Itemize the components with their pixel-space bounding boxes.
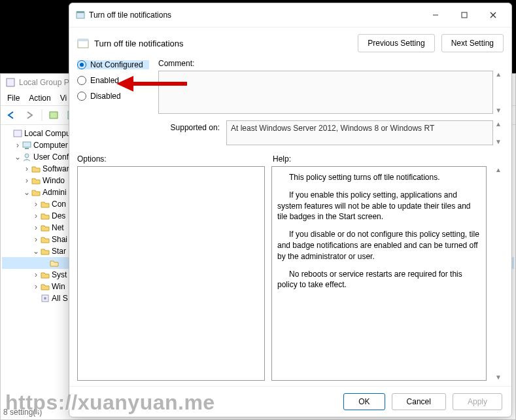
scroll-down-icon[interactable]: ▼ — [495, 107, 502, 114]
expander-icon[interactable]: › — [32, 211, 40, 220]
policy-icon — [6, 78, 15, 87]
svg-point-9 — [44, 297, 46, 300]
help-scrollbar[interactable]: ▲▼ — [493, 166, 504, 381]
radio-enabled[interactable]: Enabled — [77, 76, 149, 85]
scroll-up-icon[interactable]: ▲ — [495, 120, 502, 128]
back-button[interactable] — [5, 108, 19, 122]
expander-icon[interactable]: ⌄ — [14, 152, 22, 162]
svg-point-7 — [25, 154, 29, 158]
svg-rect-11 — [77, 11, 84, 13]
policy-settings-dialog: Turn off tile notifications Turn off til… — [69, 3, 512, 417]
tree-label: Net — [52, 223, 64, 232]
comment-scrollbar[interactable]: ▲▼ — [493, 71, 504, 114]
state-radio-group: Not Configured Enabled Disabled — [77, 59, 149, 145]
svg-rect-5 — [23, 142, 31, 147]
svg-rect-15 — [78, 39, 88, 41]
menu-file[interactable]: File — [7, 94, 20, 103]
radio-icon — [77, 76, 86, 85]
dialog-footer: OK Cancel Apply — [69, 386, 511, 417]
tree-label: Computer — [33, 141, 68, 150]
expander-icon[interactable]: ⌄ — [32, 247, 40, 256]
scroll-up-icon[interactable]: ▲ — [495, 71, 502, 78]
folder-icon — [40, 235, 50, 244]
maximize-button[interactable] — [453, 7, 476, 23]
tree-label: Shai — [52, 235, 67, 244]
apply-button: Apply — [453, 393, 502, 410]
expander-icon[interactable]: › — [32, 200, 40, 209]
comment-textarea[interactable] — [158, 71, 493, 114]
folder-icon — [31, 164, 41, 173]
folder-icon — [40, 223, 50, 232]
folder-sel-icon — [49, 258, 60, 268]
statusbar-text: 8 setting(s) — [3, 408, 42, 417]
svg-rect-4 — [14, 130, 22, 137]
tree-label: Softwar — [43, 164, 69, 173]
minimize-button[interactable] — [424, 7, 447, 23]
expander-icon[interactable]: › — [14, 141, 22, 150]
expander-icon[interactable]: › — [32, 270, 40, 279]
expander-icon[interactable]: ⌄ — [23, 188, 31, 197]
tree-label: Syst — [52, 270, 67, 279]
help-paragraph: If you disable or do not configure this … — [277, 229, 481, 262]
expander-icon[interactable]: › — [32, 235, 40, 244]
expander-icon[interactable]: › — [23, 164, 31, 173]
radio-icon — [77, 92, 86, 101]
policy-header-icon — [77, 37, 89, 49]
supported-on-text: At least Windows Server 2012, Windows 8 … — [226, 120, 493, 145]
menu-action[interactable]: Action — [29, 94, 50, 103]
svg-rect-13 — [462, 12, 467, 18]
svg-rect-6 — [25, 148, 29, 149]
tree-label: Des — [52, 211, 65, 220]
computer-icon — [22, 141, 32, 150]
help-pane: This policy setting turns off tile notif… — [271, 166, 487, 381]
folder-icon — [31, 188, 41, 197]
previous-setting-button[interactable]: Previous Setting — [358, 34, 434, 52]
folder-icon — [40, 200, 50, 209]
svg-rect-0 — [7, 79, 14, 86]
supported-scrollbar[interactable]: ▲▼ — [493, 120, 504, 145]
comment-label: Comment: — [158, 59, 504, 68]
tree-label: Windo — [43, 176, 65, 185]
dialog-titlebar: Turn off tile notifications — [69, 3, 511, 27]
svg-rect-10 — [77, 12, 84, 18]
dialog-title-text: Turn off tile notifications — [89, 10, 424, 20]
radio-not-configured[interactable]: Not Configured — [77, 60, 149, 69]
dialog-header-text: Turn off tile notifications — [94, 39, 358, 48]
radio-label: Enabled — [90, 76, 119, 85]
tree-label: Win — [52, 282, 65, 291]
help-paragraph: No reboots or service restarts are requi… — [277, 269, 481, 291]
radio-label: Not Configured — [90, 60, 143, 69]
tree-label: Admini — [43, 188, 67, 197]
toolbar-separator — [41, 109, 43, 121]
options-label: Options: — [77, 154, 265, 164]
up-button[interactable] — [46, 108, 61, 122]
user-icon — [22, 152, 32, 162]
expander-icon[interactable]: › — [32, 282, 40, 291]
supported-label: Supported on: — [158, 120, 220, 145]
scroll-down-icon[interactable]: ▼ — [495, 374, 502, 381]
close-button[interactable] — [481, 7, 505, 23]
expander-icon[interactable]: › — [23, 176, 31, 185]
ok-button[interactable]: OK — [343, 393, 385, 410]
tree-label: Con — [52, 200, 66, 209]
scroll-up-icon[interactable]: ▲ — [495, 166, 502, 173]
expander-icon[interactable]: › — [32, 223, 40, 232]
forward-button[interactable] — [23, 108, 37, 122]
folder-icon — [40, 211, 50, 220]
radio-label: Disabled — [90, 92, 121, 101]
next-setting-button[interactable]: Next Setting — [441, 34, 504, 52]
folder-icon — [31, 176, 41, 185]
help-paragraph: If you enable this policy setting, appli… — [277, 190, 481, 222]
folder-icon — [40, 282, 50, 291]
dialog-title-icon — [76, 10, 85, 20]
radio-icon — [77, 60, 86, 69]
radio-disabled[interactable]: Disabled — [77, 92, 149, 101]
dialog-header: Turn off tile notifications Previous Set… — [69, 27, 511, 59]
svg-rect-2 — [50, 112, 58, 118]
folder-icon — [40, 270, 50, 279]
options-pane — [77, 166, 265, 381]
scroll-down-icon[interactable]: ▼ — [495, 138, 502, 145]
help-label: Help: — [273, 154, 291, 164]
cancel-button[interactable]: Cancel — [392, 393, 446, 410]
menu-view[interactable]: Vi — [60, 94, 67, 103]
